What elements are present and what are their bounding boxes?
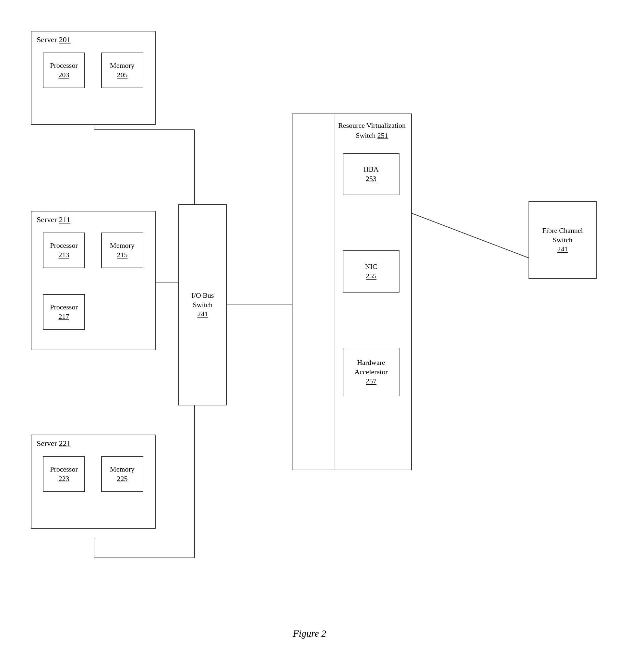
svg-line-11	[405, 211, 529, 258]
processor-223-box: Processor223	[43, 456, 85, 492]
figure-caption: Figure 2	[293, 628, 326, 639]
processor-217-label: Processor217	[50, 303, 78, 321]
hba-253-box: HBA253	[343, 153, 400, 195]
server-201-number: 201	[59, 36, 71, 44]
hba-253-label: HBA253	[363, 165, 379, 183]
processor-203-label: Processor203	[50, 61, 78, 79]
processor-203-box: Processor203	[43, 53, 85, 88]
server-221-box: Server 221 Processor223 Memory225	[31, 434, 156, 529]
server-211-label: Server 211	[37, 215, 70, 224]
memory-205-label: Memory205	[110, 61, 135, 79]
io-bus-switch-box: I/O BusSwitch241	[178, 204, 227, 405]
diagram-container: Server 201 Processor203 Memory205 Server…	[13, 13, 606, 652]
fibre-channel-switch-box: Fibre ChannelSwitch241	[529, 201, 597, 279]
nic-255-label: NIC255	[365, 262, 377, 280]
rv-switch-title: Resource VirtualizationSwitch 251	[338, 121, 406, 141]
memory-225-box: Memory225	[101, 456, 143, 492]
memory-215-box: Memory215	[101, 232, 143, 268]
memory-205-box: Memory205	[101, 53, 143, 88]
processor-213-box: Processor213	[43, 232, 85, 268]
hw-accel-257-label: HardwareAccelerator257	[354, 358, 388, 386]
nic-255-box: NIC255	[343, 250, 400, 292]
processor-217-box: Processor217	[43, 294, 85, 330]
memory-215-label: Memory215	[110, 241, 135, 260]
server-201-label: Server 201	[37, 36, 71, 44]
server-221-label: Server 221	[37, 439, 71, 448]
memory-225-label: Memory225	[110, 465, 135, 483]
rv-switch-outer-box: Resource VirtualizationSwitch 251 HBA253…	[292, 114, 412, 470]
hw-accel-257-box: HardwareAccelerator257	[343, 348, 400, 396]
server-211-box: Server 211 Processor213 Memory215 Proces…	[31, 211, 156, 350]
processor-213-label: Processor213	[50, 241, 78, 260]
fibre-channel-switch-label: Fibre ChannelSwitch241	[542, 226, 583, 254]
io-bus-switch-label: I/O BusSwitch241	[191, 291, 214, 319]
server-201-box: Server 201 Processor203 Memory205	[31, 31, 156, 125]
processor-223-label: Processor223	[50, 465, 78, 483]
